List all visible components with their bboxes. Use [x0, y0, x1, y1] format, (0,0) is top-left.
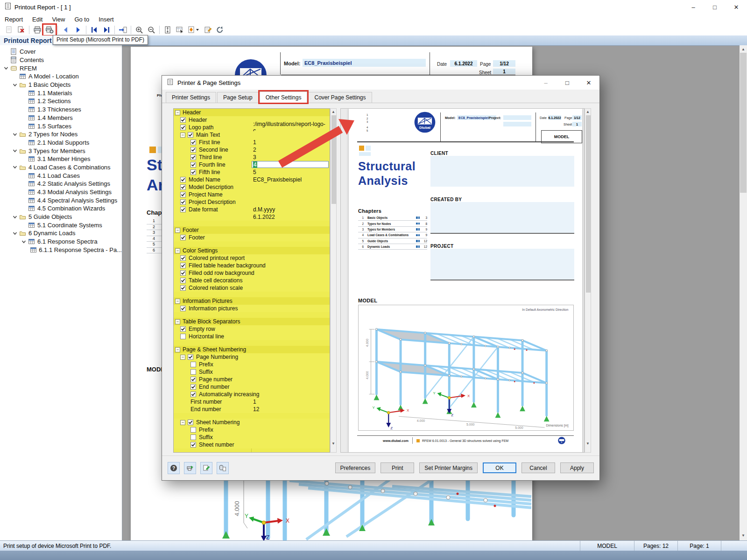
checkbox-unchecked[interactable]	[190, 369, 196, 375]
tree-item-1-4-members[interactable]: 1.4 Members	[0, 114, 122, 122]
settings-row-model-description[interactable]: Model Description	[174, 183, 330, 191]
close-button[interactable]: ✕	[726, 0, 747, 14]
chevron-down-icon[interactable]	[21, 239, 27, 244]
tab-printout-report[interactable]: Printout Report	[0, 35, 52, 45]
tab-printer-settings[interactable]: Printer Settings	[166, 92, 216, 103]
tree-item-2-1-nodal-supports[interactable]: 2.1 Nodal Supports	[0, 139, 122, 147]
chevron-down-icon[interactable]	[12, 165, 18, 169]
scroll-up-arrow[interactable]: ▲	[331, 109, 336, 115]
checkbox-checked[interactable]	[190, 377, 196, 382]
open-preview-button[interactable]	[3, 25, 15, 35]
edit-comment-button[interactable]	[200, 462, 212, 474]
tab-cover-page-settings[interactable]: Cover Page Settings	[308, 92, 372, 103]
collapse-icon[interactable]: −	[175, 110, 180, 115]
settings-row-footer[interactable]: Footer	[174, 234, 330, 241]
chevron-down-icon[interactable]	[12, 148, 18, 153]
checkbox-checked[interactable]	[180, 184, 186, 190]
checkbox-checked[interactable]	[190, 140, 196, 145]
collapse-icon[interactable]: −	[180, 355, 185, 360]
setting-value[interactable]: 5	[253, 168, 256, 176]
checkbox-checked[interactable]	[190, 154, 196, 160]
settings-row-project-name[interactable]: Project Name	[174, 191, 330, 198]
settings-row-suffix[interactable]: Suffix	[174, 368, 330, 376]
scroll-down-arrow[interactable]: ▼	[585, 441, 591, 447]
settings-row-horizontal-line[interactable]: Horizontal line	[174, 333, 330, 340]
scroll-thumb[interactable]	[740, 53, 747, 193]
setting-value[interactable]: 12	[253, 406, 259, 413]
ok-button[interactable]: OK	[483, 462, 516, 473]
checkbox-checked[interactable]	[180, 117, 186, 123]
tree-item-5-1-coordinate-systems[interactable]: 5.1 Coordinate Systems	[0, 221, 122, 229]
tree-item-1-2-sections[interactable]: 1.2 Sections	[0, 97, 122, 105]
checkbox-unchecked[interactable]	[180, 334, 186, 339]
settings-row-filled-table-header-background[interactable]: Filled table header background	[174, 262, 330, 269]
collapse-icon[interactable]: −	[175, 299, 180, 304]
apply-button[interactable]: Apply	[560, 462, 594, 473]
select-mode-button[interactable]	[174, 25, 186, 35]
tree-item-4-2-static-analysis-settings[interactable]: 4.2 Static Analysis Settings	[0, 180, 122, 188]
scroll-up-arrow[interactable]: ▲	[585, 109, 591, 115]
checkbox-checked[interactable]	[180, 177, 186, 182]
menu-insert[interactable]: Insert	[94, 15, 119, 24]
dialog-maximize-button[interactable]: □	[557, 76, 578, 90]
delete-page-button[interactable]	[15, 25, 27, 35]
settings-row-main-text[interactable]: −Main Text	[174, 131, 330, 139]
settings-row-page-numbering[interactable]: −Page Numbering	[174, 353, 330, 361]
first-page-button[interactable]	[88, 25, 100, 35]
checkbox-checked[interactable]	[180, 285, 186, 291]
setting-value[interactable]: 3	[253, 154, 256, 161]
checkbox-checked[interactable]	[180, 278, 186, 283]
collapse-icon[interactable]: −	[180, 133, 185, 138]
scroll-down-arrow[interactable]: ▼	[331, 441, 336, 447]
checkbox-checked[interactable]	[180, 125, 186, 130]
checkbox-checked[interactable]	[188, 420, 193, 425]
export-menu-button[interactable]	[186, 25, 202, 35]
scroll-up-arrow[interactable]: ▲	[740, 45, 747, 53]
settings-section-table-block-separators[interactable]: −Table Block Separators	[174, 318, 330, 325]
checkbox-checked[interactable]	[190, 147, 196, 153]
tree-item-6-dynamic-loads[interactable]: 6 Dynamic Loads	[0, 229, 122, 238]
collapse-icon[interactable]: −	[175, 248, 180, 253]
collapse-icon[interactable]: −	[175, 319, 180, 324]
checkbox-checked[interactable]	[180, 199, 186, 205]
setting-value[interactable]: 1	[253, 398, 256, 406]
help-button[interactable]: ?	[168, 462, 180, 474]
last-page-button[interactable]	[100, 25, 113, 35]
checkbox-checked[interactable]	[180, 270, 186, 276]
settings-row-automatically-increasing[interactable]: Automatically increasing	[174, 391, 330, 398]
settings-row-table-cell-decorations[interactable]: Table cell decorations	[174, 277, 330, 284]
prev-page-button[interactable]	[60, 25, 72, 35]
tree-item-6-1-1-response-spectra-pa-[interactable]: 6.1.1 Response Spectra - Pa...	[0, 246, 122, 254]
tree-item-4-5-combination-wizards[interactable]: 4.5 Combination Wizards	[0, 204, 122, 213]
copy-settings-button[interactable]	[217, 462, 229, 474]
zoom-in-button[interactable]	[133, 25, 145, 35]
tree-item-1-3-thicknesses[interactable]: 1.3 Thicknesses	[0, 105, 122, 114]
next-page-button[interactable]	[72, 25, 84, 35]
settings-row-first-line[interactable]: First line1	[174, 139, 330, 146]
tree-item-cover[interactable]: Cover	[0, 48, 122, 56]
checkbox-checked[interactable]	[190, 392, 196, 397]
settings-section-footer[interactable]: −Footer	[174, 226, 330, 234]
settings-row-model-name[interactable]: Model NameEC8_Praxisbeispiel	[174, 176, 330, 183]
preview-scrollbar[interactable]: ▲ ▼	[585, 108, 591, 453]
checkbox-checked[interactable]	[188, 354, 193, 360]
tree-item-1-1-materials[interactable]: 1.1 Materials	[0, 89, 122, 97]
chevron-down-icon[interactable]	[12, 132, 18, 137]
settings-row-sheet-number[interactable]: Sheet number	[174, 441, 330, 448]
scroll-thumb[interactable]	[586, 115, 591, 293]
collapse-icon[interactable]: −	[180, 420, 185, 425]
settings-row-value[interactable]: 6.1.2022	[174, 213, 330, 221]
checkbox-checked[interactable]	[180, 207, 186, 212]
settings-row-end-number[interactable]: End number12	[174, 406, 330, 413]
edit-page-button[interactable]	[202, 25, 214, 35]
tree-item-4-4-spectral-analysis-settings[interactable]: 4.4 Spectral Analysis Settings	[0, 196, 122, 204]
setting-value[interactable]: 1	[253, 139, 256, 146]
checkbox-checked[interactable]	[190, 442, 196, 448]
checkbox-checked[interactable]	[190, 169, 196, 175]
print-button[interactable]: Print	[381, 462, 414, 473]
dialog-close-button[interactable]: ✕	[578, 76, 599, 90]
settings-row-sheet-numbering[interactable]: −Sheet Numbering	[174, 419, 330, 426]
setting-value[interactable]: 6.1.2022	[253, 213, 275, 221]
tree-item-2-types-for-nodes[interactable]: 2 Types for Nodes	[0, 130, 122, 139]
settings-section-color-settings[interactable]: −Color Settings	[174, 247, 330, 254]
